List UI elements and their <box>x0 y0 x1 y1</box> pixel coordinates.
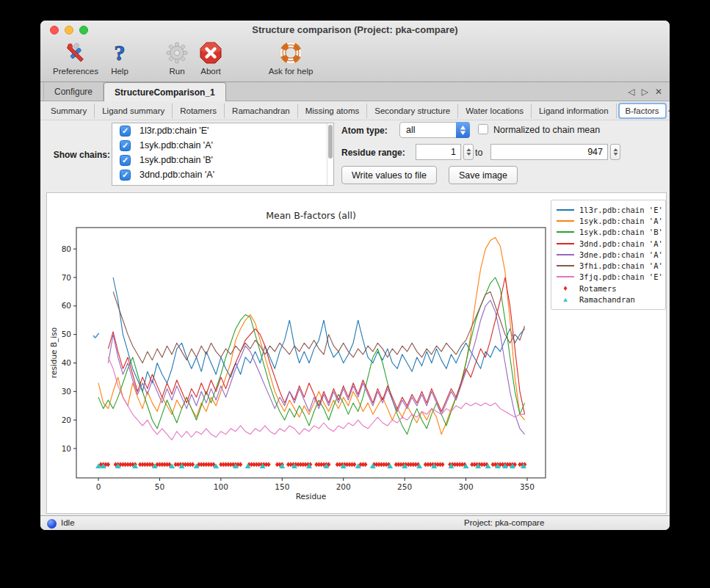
tab-b-factors[interactable]: B-factors <box>618 103 667 119</box>
dropdown-arrows-icon <box>456 122 470 138</box>
legend-label: 3dnd.pdb:chain 'A' <box>579 239 663 248</box>
window-title: Structure comparison (Project: pka-compa… <box>40 24 670 35</box>
chain-list-scrollbar[interactable] <box>327 123 333 185</box>
lifebuoy-icon <box>279 40 303 66</box>
help-button[interactable]: ? Help <box>104 40 136 76</box>
section-tab-bar: Summary Ligand summary Rotamers Ramachan… <box>40 101 670 120</box>
app-window: Structure comparison (Project: pka-compa… <box>40 21 670 530</box>
screen: Structure comparison (Project: pka-compa… <box>0 0 710 588</box>
chain-list[interactable]: ✓ 1l3r.pdb:chain 'E' ✓ 1syk.pdb:chain 'A… <box>112 123 334 186</box>
atom-type-select[interactable]: all <box>399 122 470 138</box>
status-bar: Idle Project: pka-compare <box>40 515 670 530</box>
legend-label: 3fjq.pdb:chain 'E' <box>579 272 663 281</box>
legend-label: 1syk.pdb:chain 'A' <box>579 217 663 225</box>
tab-ramachandran[interactable]: Ramachandran <box>225 104 298 118</box>
run-button[interactable]: Run <box>161 40 193 76</box>
chain-list-item[interactable]: ✓ 1syk.pdb:chain 'A' <box>112 138 333 153</box>
legend-line-swatch <box>557 254 574 255</box>
next-tab-icon[interactable]: ▷ <box>642 87 648 97</box>
write-values-button[interactable]: Write values to file <box>341 166 437 184</box>
tab-ligand-information[interactable]: Ligand information <box>532 104 617 118</box>
checkbox-checked-icon[interactable]: ✓ <box>120 155 131 166</box>
tab-configure[interactable]: Configure <box>43 82 104 101</box>
toolbar-label: Ask for help <box>269 67 314 76</box>
tab-ligand-summary[interactable]: Ligand summary <box>95 104 173 118</box>
chain-list-item[interactable]: ✓ 1l3r.pdb:chain 'E' <box>112 123 333 138</box>
preferences-button[interactable]: Preferences <box>48 40 104 76</box>
svg-text:150: 150 <box>275 482 289 491</box>
status-indicator-icon <box>47 519 57 529</box>
svg-text:250: 250 <box>397 482 412 491</box>
chain-list-item[interactable]: ✓ 3dnd.pdb:chain 'A' <box>112 167 333 182</box>
normalized-checkbox[interactable] <box>478 124 488 134</box>
chart-legend: 1l3r.pdb:chain 'E' 1syk.pdb:chain 'A' 1s… <box>551 200 666 310</box>
chain-label: 1syk.pdb:chain 'B' <box>140 155 213 165</box>
svg-text:100: 100 <box>214 482 228 491</box>
section-tab-nav: ◁ ▷ <box>668 106 670 115</box>
scrollbar-thumb[interactable] <box>328 125 333 159</box>
svg-text:residue B_iso: residue B_iso <box>49 327 59 378</box>
legend-label: Ramachandran <box>579 295 635 304</box>
tab-summary[interactable]: Summary <box>43 104 95 118</box>
stop-x-icon <box>199 40 222 66</box>
legend-label: 1syk.pdb:chain 'B' <box>579 228 663 236</box>
abort-button[interactable]: Abort <box>193 40 228 76</box>
svg-text:300: 300 <box>459 482 474 491</box>
svg-text:Residue: Residue <box>296 492 326 501</box>
tab-structure-comparison-1[interactable]: StructureComparison_1 <box>104 82 226 101</box>
toolbar: Preferences ? Help <box>48 40 322 81</box>
atom-type-value: all <box>406 125 416 135</box>
legend-label: 1l3r.pdb:chain 'E' <box>579 206 663 214</box>
ask-for-help-button[interactable]: Ask for help <box>259 40 322 76</box>
to-label: to <box>475 148 482 158</box>
svg-text:?: ? <box>115 41 126 65</box>
gear-icon <box>166 40 188 66</box>
bfactor-controls: Show chains: ✓ 1l3r.pdb:chain 'E' ✓ 1syk… <box>40 120 670 192</box>
legend-line-swatch <box>557 243 574 244</box>
tab-missing-atoms[interactable]: Missing atoms <box>298 104 368 118</box>
save-image-button[interactable]: Save image <box>449 166 518 184</box>
legend-line-swatch <box>557 220 574 222</box>
svg-text:50: 50 <box>62 330 71 338</box>
question-icon: ? <box>109 40 131 66</box>
checkbox-checked-icon[interactable]: ✓ <box>120 170 131 181</box>
close-tab-icon[interactable]: ✕ <box>655 87 662 97</box>
residue-to-input[interactable]: 947 <box>490 144 608 160</box>
svg-text:200: 200 <box>336 482 351 491</box>
tab-rotamers[interactable]: Rotamers <box>173 104 225 118</box>
triangle-marker-icon: ▲ <box>557 296 574 304</box>
status-text: Idle <box>61 518 75 527</box>
chain-list-item[interactable]: ✓ 1syk.pdb:chain 'B' <box>112 153 333 167</box>
svg-text:0: 0 <box>96 482 101 491</box>
tab-water-locations[interactable]: Water locations <box>458 104 532 118</box>
svg-text:70: 70 <box>62 273 71 282</box>
legend-line-swatch <box>557 231 574 233</box>
svg-text:60: 60 <box>62 301 71 310</box>
svg-text:Mean B-factors (all): Mean B-factors (all) <box>266 210 356 221</box>
toolbar-label: Help <box>111 67 128 76</box>
chain-label: 3dnd.pdb:chain 'A' <box>140 170 214 180</box>
legend-label: Rotamers <box>579 284 617 293</box>
legend-label: 3dne.pdb:chain 'A' <box>579 250 663 259</box>
checkbox-checked-icon[interactable]: ✓ <box>120 126 131 137</box>
residue-from-input[interactable]: 1 <box>416 144 461 160</box>
residue-to-stepper[interactable] <box>610 144 620 160</box>
prev-section-tab-icon[interactable]: ◁ <box>668 106 670 115</box>
residue-from-stepper[interactable] <box>463 144 474 160</box>
legend-line-swatch <box>557 276 574 277</box>
bfactor-plot-panel: 0501001502002503003501020304050607080Mea… <box>46 192 667 514</box>
svg-text:80: 80 <box>62 244 71 253</box>
chain-label: 1syk.pdb:chain 'A' <box>140 140 213 150</box>
legend-label: 3fhi.pdb:chain 'A' <box>579 261 663 270</box>
legend-line-swatch <box>557 265 574 266</box>
show-chains-label: Show chains: <box>43 150 110 160</box>
document-tab-bar: Configure StructureComparison_1 ◁ ▷ ✕ <box>40 82 670 101</box>
prev-tab-icon[interactable]: ◁ <box>628 87 634 97</box>
tab-nav-controls: ◁ ▷ ✕ <box>628 82 670 101</box>
checkbox-checked-icon[interactable]: ✓ <box>120 140 131 151</box>
tab-secondary-structure[interactable]: Secondary structure <box>367 104 458 118</box>
legend-line-swatch <box>557 209 574 211</box>
tools-icon <box>64 40 87 66</box>
svg-text:40: 40 <box>62 358 71 367</box>
svg-text:50: 50 <box>155 482 164 491</box>
